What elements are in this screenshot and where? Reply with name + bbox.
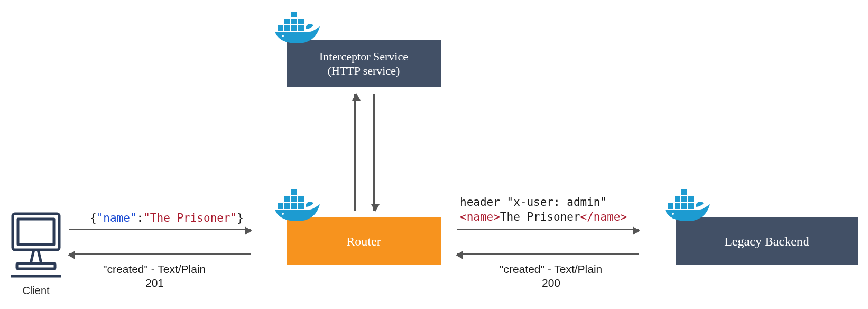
- arrow-router-to-backend: [457, 229, 639, 230]
- arrow-backend-to-router: [457, 253, 639, 255]
- svg-rect-10: [284, 203, 290, 209]
- response-to-client-line1: "created" - Text/Plain: [103, 263, 206, 276]
- diagram-stage: { "nodes": { "interceptor": { "line1": "…: [0, 0, 868, 309]
- svg-rect-24: [688, 196, 694, 202]
- interceptor-subtitle: (HTTP service): [328, 64, 400, 77]
- header-line-label: header "x-user: admin": [460, 196, 607, 208]
- docker-whale-icon: [662, 189, 710, 226]
- arrow-interceptor-to-router: [373, 94, 375, 211]
- response-to-client-code: 201: [145, 277, 164, 289]
- svg-rect-14: [291, 196, 297, 202]
- svg-rect-20: [681, 203, 687, 209]
- svg-rect-25: [681, 189, 687, 195]
- docker-whale-icon: [272, 12, 320, 49]
- svg-rect-7: [291, 12, 297, 17]
- backend-label: Legacy Backend: [724, 234, 809, 249]
- response-to-router-code: 200: [542, 277, 560, 289]
- svg-point-8: [282, 35, 284, 37]
- svg-rect-5: [291, 19, 297, 24]
- svg-rect-11: [291, 203, 297, 209]
- docker-whale-icon: [272, 189, 320, 226]
- svg-rect-12: [298, 203, 304, 209]
- svg-rect-19: [675, 203, 680, 209]
- svg-rect-1: [284, 25, 290, 31]
- desktop-computer-icon: [10, 211, 62, 279]
- svg-rect-23: [681, 196, 687, 202]
- svg-rect-4: [284, 19, 290, 24]
- interceptor-title: Interceptor Service: [319, 50, 408, 63]
- svg-rect-31: [17, 263, 55, 269]
- router-label: Router: [346, 234, 381, 249]
- arrow-client-to-router: [69, 229, 251, 230]
- svg-rect-28: [18, 219, 54, 244]
- response-to-router-line1: "created" - Text/Plain: [500, 263, 602, 276]
- svg-rect-3: [298, 25, 304, 31]
- svg-rect-2: [291, 25, 297, 31]
- svg-rect-21: [688, 203, 694, 209]
- svg-rect-13: [284, 196, 290, 202]
- svg-rect-22: [675, 196, 680, 202]
- svg-rect-6: [298, 19, 304, 24]
- svg-rect-9: [278, 203, 283, 209]
- arrow-router-to-client: [69, 253, 251, 255]
- svg-rect-18: [668, 203, 673, 209]
- xml-payload-label: <name>The Prisoner</name>: [460, 211, 627, 223]
- svg-rect-16: [291, 189, 297, 195]
- payload-json-label: {"name":"The Prisoner"}: [90, 212, 244, 224]
- svg-point-17: [282, 213, 284, 215]
- svg-point-26: [672, 213, 674, 215]
- svg-line-30: [38, 250, 41, 263]
- svg-line-29: [31, 250, 34, 263]
- svg-rect-0: [278, 25, 283, 31]
- svg-rect-15: [298, 196, 304, 202]
- arrow-router-to-interceptor: [354, 94, 356, 211]
- client-label: Client: [10, 285, 62, 297]
